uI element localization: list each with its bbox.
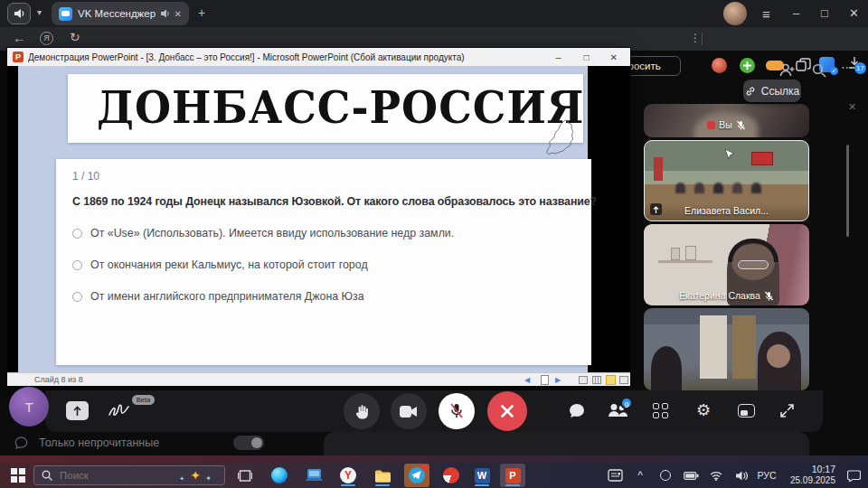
taskbar-computer-icon[interactable] — [301, 464, 326, 487]
tray-sync-icon[interactable] — [653, 464, 678, 487]
draw-button[interactable]: Beta — [108, 404, 130, 418]
raise-hand-button[interactable] — [344, 393, 380, 429]
action-center-button[interactable] — [841, 464, 866, 487]
new-tab-button[interactable]: + — [198, 5, 205, 20]
download-count-badge: 17 — [854, 62, 866, 74]
sorter-view-icon[interactable] — [592, 376, 601, 384]
powerpoint-window: P Демонстрация PowerPoint - [3. Донбасс … — [7, 48, 630, 386]
extension-icon[interactable] — [712, 58, 727, 73]
pip-inner — [741, 410, 748, 416]
taskbar-telegram-icon[interactable] — [404, 464, 429, 487]
taskbar-word-icon[interactable]: W — [469, 464, 495, 487]
self-avatar[interactable]: T — [9, 387, 49, 427]
fullscreen-button[interactable] — [779, 403, 795, 418]
layout-grid-button[interactable] — [653, 403, 668, 418]
window-maximize-button[interactable]: □ — [821, 6, 828, 20]
microphone-button[interactable] — [439, 393, 475, 429]
active-app-indicator — [505, 484, 520, 486]
beta-badge: Beta — [132, 395, 155, 405]
video-tile-participant[interactable] — [644, 308, 809, 390]
speaker-icon — [14, 8, 25, 19]
window-minimize-button[interactable]: – — [793, 6, 799, 20]
tab-vk-messenger[interactable]: VK Мессенджер ✕ — [52, 2, 189, 25]
message-input-panel[interactable] — [324, 432, 809, 455]
extension-icon[interactable] — [740, 58, 755, 73]
news-widget-button[interactable] — [602, 464, 627, 487]
back-icon[interactable]: ← — [13, 30, 26, 45]
pip-button[interactable] — [738, 404, 755, 418]
screen-share-button[interactable] — [66, 401, 89, 420]
tray-battery-icon[interactable] — [678, 464, 703, 487]
unread-filter-row[interactable]: Только непрочитанные — [14, 436, 264, 450]
radio-icon[interactable] — [72, 292, 82, 302]
taskbar-powerpoint-icon[interactable]: P — [500, 464, 525, 487]
quiz-option[interactable]: От имени английского предпринимателя Джо… — [72, 290, 575, 303]
vk-messenger-icon — [59, 7, 72, 21]
slide-canvas: ДОНБАСС-РОССИЯ 1 / 10 С 1869 по 1924 год… — [18, 66, 588, 372]
search-icon[interactable] — [812, 63, 826, 78]
taskbar-search[interactable]: ✦ ✦ ✦ — [33, 465, 225, 485]
powerpoint-titlebar[interactable]: P Демонстрация PowerPoint - [3. Донбасс … — [7, 48, 630, 66]
window-close-button[interactable]: ✕ — [849, 6, 859, 20]
add-person-icon[interactable] — [779, 63, 796, 77]
grid-cell — [653, 403, 659, 409]
shelf — [658, 260, 712, 263]
yandex-services-icon[interactable]: Я — [40, 32, 53, 45]
taskbar-explorer-icon[interactable] — [370, 464, 395, 487]
profile-avatar[interactable] — [723, 2, 747, 25]
task-view-icon — [238, 470, 252, 482]
settings-gear-icon[interactable]: ⚙ — [696, 400, 711, 420]
chat-button[interactable] — [568, 403, 586, 418]
ppt-close-button[interactable]: ✕ — [603, 52, 625, 62]
tab-sound-icon[interactable] — [161, 9, 169, 18]
dismiss-icon[interactable]: ✕ — [848, 101, 856, 113]
open-app-indicator — [375, 484, 390, 486]
next-slide-icon[interactable]: ▶ — [555, 376, 561, 384]
radio-icon[interactable] — [72, 260, 82, 270]
participants-button[interactable]: 9 — [608, 403, 627, 418]
extension-icon[interactable] — [796, 58, 811, 72]
toolbar-more-icon[interactable]: ⋮ — [690, 32, 701, 44]
quiz-option[interactable]: От «Use» (Использовать). Имеется ввиду и… — [72, 227, 575, 239]
call-more-icon[interactable]: ⋯ — [841, 60, 854, 74]
refresh-icon[interactable]: ↻ — [70, 30, 80, 44]
tray-volume-icon[interactable] — [729, 464, 754, 487]
slideshow-view-icon[interactable] — [606, 375, 616, 385]
frame — [685, 246, 696, 260]
unread-toggle[interactable] — [233, 436, 264, 450]
sparkle-icon: ✦ — [205, 474, 212, 483]
radio-icon[interactable] — [72, 229, 82, 239]
prev-slide-icon[interactable]: ◀ — [524, 376, 530, 384]
taskbar-edge-icon[interactable] — [267, 464, 292, 487]
camera-button[interactable] — [391, 393, 427, 429]
browser-menu-icon[interactable]: ≡ — [762, 6, 770, 22]
search-input[interactable] — [60, 470, 159, 481]
video-tile-participant[interactable]: Елизавета Васил... — [644, 140, 809, 221]
tray-wifi-icon[interactable] — [703, 464, 729, 487]
video-tile-self[interactable]: Вы — [644, 104, 809, 137]
frame — [671, 248, 680, 260]
menu-slide-icon[interactable] — [541, 375, 549, 385]
task-view-button[interactable] — [232, 464, 258, 487]
sidebar-scrollbar[interactable] — [846, 145, 849, 237]
taskbar-browser-swirl-icon[interactable] — [439, 464, 464, 487]
tab-close-icon[interactable]: ✕ — [175, 9, 182, 19]
ppt-maximize-button[interactable]: □ — [575, 52, 599, 62]
call-link-button[interactable]: Ссылка — [743, 80, 801, 102]
end-call-button[interactable] — [487, 391, 527, 431]
start-button[interactable] — [5, 464, 31, 487]
chat-outline-icon — [14, 436, 28, 449]
ppt-minimize-button[interactable]: – — [546, 52, 570, 62]
tab-audio-button[interactable] — [7, 3, 31, 24]
tab-title: VK Мессенджер — [78, 8, 156, 19]
clock[interactable]: 10:17 25.09.2025 — [779, 464, 835, 487]
language-indicator[interactable]: РУС — [754, 464, 779, 487]
reading-view-icon[interactable] — [619, 376, 628, 384]
tray-expand-chevron[interactable]: ^ — [627, 464, 653, 487]
quiz-option[interactable]: От окончания реки Кальмиус, на которой с… — [72, 258, 575, 271]
open-app-indicator — [475, 484, 489, 486]
video-tile-participant[interactable]: Екатерина Слаква — [644, 224, 809, 305]
normal-view-icon[interactable] — [579, 376, 588, 384]
chevron-down-icon[interactable]: ▾ — [37, 7, 42, 17]
taskbar-yandex-browser-icon[interactable]: Y — [335, 464, 361, 487]
